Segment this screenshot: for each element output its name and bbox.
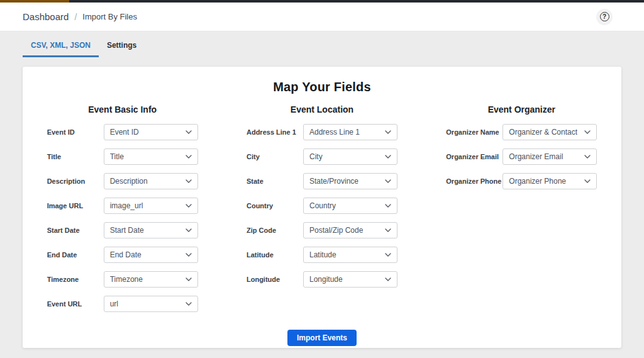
field-row: Timezone Timezone — [47, 271, 198, 288]
field-label: State — [247, 177, 303, 185]
select-country[interactable]: Country — [303, 198, 397, 214]
select-value: Organizer & Contact — [509, 128, 577, 137]
chevron-down-icon — [186, 130, 192, 134]
select-latitude[interactable]: Latitude — [303, 247, 397, 263]
select-value: City — [309, 152, 323, 161]
select-value: Organizer Phone — [509, 177, 566, 186]
select-event-url[interactable]: url — [104, 296, 198, 312]
tab-bar: CSV, XML, JSON Settings — [0, 35, 644, 57]
column-event-organizer: Event Organizer Organizer Name Organizer… — [422, 104, 621, 320]
top-accent-segment — [0, 0, 69, 3]
select-value: image_url — [110, 201, 143, 210]
chevron-down-icon — [186, 228, 192, 232]
field-label: Longitude — [247, 276, 303, 283]
chevron-down-icon — [385, 130, 391, 134]
select-value: Latitude — [309, 250, 336, 259]
column-heading: Event Basic Info — [47, 104, 198, 115]
select-title[interactable]: Title — [104, 148, 198, 165]
help-question-icon: ? — [600, 12, 609, 21]
chevron-down-icon — [385, 253, 391, 257]
chevron-down-icon — [186, 179, 192, 183]
select-value: Description — [110, 177, 148, 186]
field-row: Zip Code Postal/Zip Code — [247, 222, 397, 238]
tab-label: CSV, XML, JSON — [31, 41, 91, 50]
column-heading: Event Organizer — [446, 104, 597, 115]
field-row: End Date End Date — [47, 247, 198, 263]
tab-csv-xml-json[interactable]: CSV, XML, JSON — [23, 35, 99, 57]
field-label: Event URL — [47, 300, 104, 308]
field-row: State State/Province — [247, 173, 397, 189]
field-label: City — [247, 153, 303, 160]
field-row: Event URL url — [47, 296, 198, 312]
select-value: State/Province — [309, 177, 358, 186]
chevron-down-icon — [186, 155, 192, 159]
field-row: Event ID Event ID — [47, 124, 198, 140]
select-value: Organizer Email — [509, 152, 563, 161]
select-value: Timezone — [110, 275, 143, 284]
page-title: Map Your Fields — [23, 80, 621, 94]
tab-label: Settings — [107, 41, 136, 50]
field-label: Latitude — [247, 251, 303, 259]
select-organizer-email[interactable]: Organizer Email — [502, 148, 597, 165]
help-button[interactable]: ? — [596, 9, 613, 25]
field-row: Organizer Email Organizer Email — [446, 148, 597, 165]
select-organizer-phone[interactable]: Organizer Phone — [502, 173, 597, 189]
field-label: Address Line 1 — [247, 128, 303, 136]
field-label: Timezone — [47, 276, 104, 283]
map-fields-card: Map Your Fields Event Basic Info Event I… — [23, 67, 621, 348]
breadcrumb-separator: / — [74, 12, 77, 22]
chevron-down-icon — [186, 253, 192, 257]
field-label: End Date — [47, 251, 104, 259]
select-address-line-1[interactable]: Address Line 1 — [303, 124, 397, 140]
field-row: Longitude Longitude — [247, 271, 397, 288]
select-description[interactable]: Description — [104, 173, 198, 189]
select-end-date[interactable]: End Date — [104, 247, 198, 263]
chevron-down-icon — [385, 179, 391, 183]
tab-settings[interactable]: Settings — [99, 35, 145, 57]
select-value: Start Date — [110, 226, 144, 235]
breadcrumb-current-page: Import By Files — [82, 12, 137, 21]
field-row: Latitude Latitude — [247, 247, 397, 263]
chevron-down-icon — [385, 155, 391, 159]
select-organizer-name[interactable]: Organizer & Contact — [502, 124, 597, 140]
field-row: Organizer Phone Organizer Phone — [446, 173, 597, 189]
card-footer: Import Events — [23, 330, 621, 346]
field-label: Zip Code — [247, 227, 303, 234]
field-row: Address Line 1 Address Line 1 — [247, 124, 397, 140]
chevron-down-icon — [584, 130, 591, 134]
column-heading: Event Location — [247, 104, 397, 115]
select-timezone[interactable]: Timezone — [104, 271, 198, 288]
field-label: Image URL — [47, 202, 104, 210]
column-event-basic-info: Event Basic Info Event ID Event ID Title… — [23, 104, 222, 320]
select-value: Address Line 1 — [309, 128, 360, 137]
chevron-down-icon — [186, 277, 192, 281]
field-label: Event ID — [47, 128, 104, 136]
field-label: Organizer Email — [446, 153, 502, 160]
select-zip-code[interactable]: Postal/Zip Code — [303, 222, 397, 238]
field-label: Title — [47, 153, 104, 160]
field-label: Description — [47, 177, 104, 185]
chevron-down-icon — [584, 155, 591, 159]
select-value: url — [110, 299, 118, 308]
select-longitude[interactable]: Longitude — [303, 271, 397, 288]
breadcrumb-dashboard[interactable]: Dashboard — [23, 11, 69, 22]
select-value: Event ID — [110, 128, 139, 137]
field-columns: Event Basic Info Event ID Event ID Title… — [23, 104, 621, 320]
breadcrumb: Dashboard / Import By Files — [23, 11, 137, 22]
import-events-button[interactable]: Import Events — [287, 330, 357, 346]
column-event-location: Event Location Address Line 1 Address Li… — [222, 104, 421, 320]
chevron-down-icon — [385, 228, 391, 232]
select-start-date[interactable]: Start Date — [104, 222, 198, 238]
select-city[interactable]: City — [303, 148, 397, 165]
field-label: Start Date — [47, 227, 104, 234]
chevron-down-icon — [385, 277, 391, 281]
select-event-id[interactable]: Event ID — [104, 124, 198, 140]
chevron-down-icon — [186, 302, 192, 306]
field-row: City City — [247, 148, 397, 165]
select-image-url[interactable]: image_url — [104, 198, 198, 214]
field-label: Country — [247, 202, 303, 210]
field-row: Title Title — [47, 148, 198, 165]
field-row: Country Country — [247, 198, 397, 214]
select-state[interactable]: State/Province — [303, 173, 397, 189]
select-value: Postal/Zip Code — [309, 226, 363, 235]
